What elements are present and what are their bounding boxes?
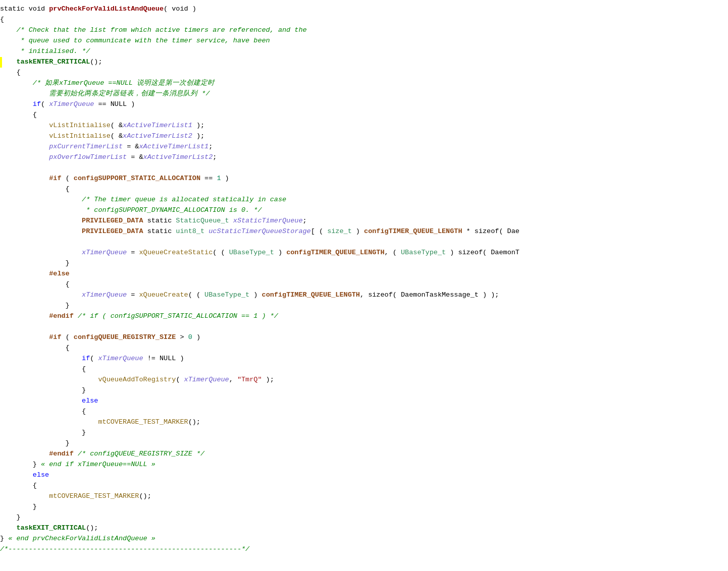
code-text: else <box>0 396 723 407</box>
code-text: PRIVILEGED_DATA static StaticQueue_t xSt… <box>0 216 723 226</box>
code-line: vListInitialise( &xActiveTimerList2 ); <box>0 131 728 142</box>
code-line: else <box>0 470 728 481</box>
code-line: xTimerQueue = xQueueCreate( ( UBaseType_… <box>0 290 728 301</box>
code-text: { <box>0 364 723 375</box>
code-text: xTimerQueue = xQueueCreateStatic( ( UBas… <box>0 248 723 258</box>
code-line: taskENTER_CRITICAL(); <box>0 57 728 68</box>
code-line: mtCOVERAGE_TEST_MARKER(); <box>0 417 728 428</box>
code-line: if( xTimerQueue == NULL ) <box>0 99 728 110</box>
code-text: vQueueAddToRegistry( xTimerQueue, "TmrQ"… <box>0 375 723 385</box>
code-line: } <box>0 438 728 449</box>
code-line: /* The timer queue is allocated statical… <box>0 195 728 205</box>
code-text: } <box>0 512 723 523</box>
code-line <box>0 237 728 248</box>
code-line: vQueueAddToRegistry( xTimerQueue, "TmrQ"… <box>0 375 728 385</box>
code-text: /* Check that the list from which active… <box>0 25 723 36</box>
code-text: } <box>0 438 723 449</box>
code-line: 需要初始化两条定时器链表，创建一条消息队列 */ <box>0 89 728 99</box>
code-line: } <box>0 258 728 269</box>
code-text: { <box>0 481 723 491</box>
code-line: xTimerQueue = xQueueCreateStatic( ( UBas… <box>0 248 728 258</box>
code-text: * initialised. */ <box>0 46 723 57</box>
code-text: vListInitialise( &xActiveTimerList2 ); <box>0 131 723 142</box>
code-line: taskEXIT_CRITICAL(); <box>0 523 728 534</box>
code-line: PRIVILEGED_DATA static StaticQueue_t xSt… <box>0 216 728 226</box>
code-text: #endif /* configQUEUE_REGISTRY_SIZE */ <box>0 449 723 460</box>
code-line: else <box>0 396 728 407</box>
code-line: /*--------------------------------------… <box>0 544 728 555</box>
code-text: { <box>0 184 723 195</box>
code-line: { <box>0 481 728 491</box>
code-line: PRIVILEGED_DATA static uint8_t ucStaticT… <box>0 226 728 237</box>
code-text: 需要初始化两条定时器链表，创建一条消息队列 */ <box>0 89 723 99</box>
code-text: } <box>0 301 723 311</box>
code-text: * queue used to communicate with the tim… <box>0 36 723 46</box>
code-line: #else <box>0 269 728 279</box>
code-line: { <box>0 343 728 354</box>
code-line: pxOverflowTimerList = &xActiveTimerList2… <box>0 152 728 163</box>
code-text: static void prvCheckForValidListAndQueue… <box>0 4 723 15</box>
code-text: } <box>0 385 723 396</box>
code-line: } <box>0 301 728 311</box>
code-line: pxCurrentTimerList = &xActiveTimerList1; <box>0 142 728 152</box>
code-text: #endif /* if ( configSUPPORT_STATIC_ALLO… <box>0 311 723 322</box>
code-text: #if ( configQUEUE_REGISTRY_SIZE > 0 ) <box>0 332 723 343</box>
code-text: pxOverflowTimerList = &xActiveTimerList2… <box>0 152 723 163</box>
code-text: * configSUPPORT_DYNAMIC_ALLOCATION is 0.… <box>0 205 723 216</box>
code-text: vListInitialise( &xActiveTimerList1 ); <box>0 121 723 131</box>
code-text: } « end prvCheckForValidListAndQueue » <box>0 534 723 544</box>
code-line: mtCOVERAGE_TEST_MARKER(); <box>0 491 728 502</box>
code-text: taskENTER_CRITICAL(); <box>0 57 723 68</box>
code-text: if( xTimerQueue != NULL ) <box>0 354 723 364</box>
code-text: { <box>0 110 723 121</box>
code-text: taskEXIT_CRITICAL(); <box>0 523 723 534</box>
code-text: } « end if xTimerQueue==NULL » <box>0 460 723 470</box>
code-line: } <box>0 512 728 523</box>
code-line: #if ( configQUEUE_REGISTRY_SIZE > 0 ) <box>0 332 728 343</box>
code-line: * initialised. */ <box>0 46 728 57</box>
code-line: { <box>0 407 728 417</box>
code-text: #else <box>0 269 723 279</box>
code-text: /* 如果xTimerQueue ==NULL 说明这是第一次创建定时 <box>0 78 723 89</box>
code-block: static void prvCheckForValidListAndQueue… <box>0 4 728 555</box>
code-line <box>0 322 728 332</box>
code-line: * configSUPPORT_DYNAMIC_ALLOCATION is 0.… <box>0 205 728 216</box>
code-line: if( xTimerQueue != NULL ) <box>0 354 728 364</box>
code-line: } <box>0 502 728 512</box>
code-line: #endif /* configQUEUE_REGISTRY_SIZE */ <box>0 449 728 460</box>
code-line: #if ( configSUPPORT_STATIC_ALLOCATION ==… <box>0 174 728 184</box>
code-text: if( xTimerQueue == NULL ) <box>0 99 723 110</box>
code-text: mtCOVERAGE_TEST_MARKER(); <box>0 417 723 428</box>
code-text: { <box>0 68 723 78</box>
yellow-highlight-bar <box>0 57 2 68</box>
code-text: /* The timer queue is allocated statical… <box>0 195 723 205</box>
code-line: { <box>0 184 728 195</box>
code-text: /*--------------------------------------… <box>0 544 723 555</box>
code-line: vListInitialise( &xActiveTimerList1 ); <box>0 121 728 131</box>
code-line: } <box>0 428 728 438</box>
code-line: } « end if xTimerQueue==NULL » <box>0 460 728 470</box>
code-line: { <box>0 110 728 121</box>
code-text: else <box>0 470 723 481</box>
code-text: } <box>0 428 723 438</box>
code-line: } « end prvCheckForValidListAndQueue » <box>0 534 728 544</box>
code-line: { <box>0 15 728 25</box>
code-container: static void prvCheckForValidListAndQueue… <box>0 0 728 571</box>
code-line: /* Check that the list from which active… <box>0 25 728 36</box>
code-line: { <box>0 279 728 290</box>
code-line: { <box>0 364 728 375</box>
code-line: } <box>0 385 728 396</box>
code-line: #endif /* if ( configSUPPORT_STATIC_ALLO… <box>0 311 728 322</box>
code-line <box>0 163 728 174</box>
code-text: } <box>0 502 723 512</box>
code-text: #if ( configSUPPORT_STATIC_ALLOCATION ==… <box>0 174 723 184</box>
code-text: PRIVILEGED_DATA static uint8_t ucStaticT… <box>0 226 723 237</box>
code-text: { <box>0 407 723 417</box>
code-text: pxCurrentTimerList = &xActiveTimerList1; <box>0 142 723 152</box>
code-line: * queue used to communicate with the tim… <box>0 36 728 46</box>
code-text: } <box>0 258 723 269</box>
code-line: /* 如果xTimerQueue ==NULL 说明这是第一次创建定时 <box>0 78 728 89</box>
code-text: xTimerQueue = xQueueCreate( ( UBaseType_… <box>0 290 723 301</box>
code-text: { <box>0 279 723 290</box>
code-line: { <box>0 68 728 78</box>
